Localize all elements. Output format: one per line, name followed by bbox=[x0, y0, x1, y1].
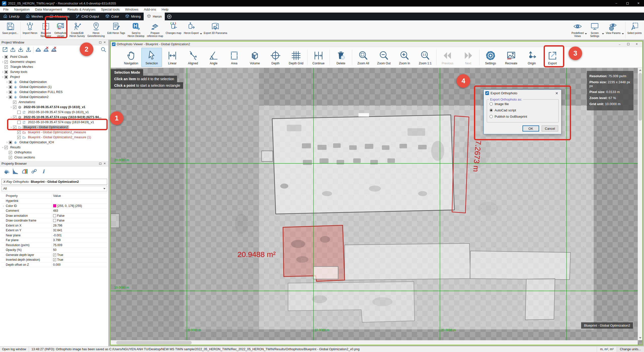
tree-item[interactable]: ›Project bbox=[0, 74, 108, 79]
pb-house-icon[interactable] bbox=[22, 168, 28, 175]
menu-navigation[interactable]: Navigation bbox=[11, 7, 32, 13]
panel-float-icon[interactable] bbox=[98, 162, 102, 166]
pw-layer-x2-icon[interactable] bbox=[51, 47, 57, 53]
pw-export-icon[interactable] bbox=[2, 47, 8, 53]
menu-file[interactable]: File bbox=[1, 7, 11, 13]
viewer-tool-zoom-in[interactable]: Zoom In bbox=[394, 48, 415, 67]
toolbar-prepare-reference-map-button[interactable]: Prepare reference map bbox=[146, 21, 164, 39]
value-checkbox[interactable] bbox=[53, 253, 56, 256]
menu-special-tools[interactable]: Special tools bbox=[98, 7, 123, 13]
toolbar-screen-settings-button[interactable]: Screen Settings bbox=[587, 21, 602, 39]
toolbar-save-button[interactable]: Save project... bbox=[1, 21, 20, 39]
pb-info-icon[interactable]: i bbox=[40, 168, 47, 175]
viewer-tool-depth-grid[interactable]: Depth Grid bbox=[286, 48, 306, 67]
pw-up-icon[interactable] bbox=[10, 47, 16, 53]
viewer-tool-aligned[interactable]: Aligned bbox=[183, 48, 203, 67]
checkbox[interactable] bbox=[5, 55, 8, 59]
checkbox[interactable] bbox=[5, 60, 8, 64]
expander-icon[interactable]: › bbox=[10, 115, 13, 119]
tree-item[interactable]: ›Global Optimization FULL RES bbox=[0, 90, 108, 95]
pw-layer-x-icon[interactable] bbox=[43, 47, 49, 53]
checkbox[interactable] bbox=[13, 106, 16, 109]
checkbox[interactable] bbox=[5, 70, 8, 74]
checkbox[interactable] bbox=[17, 136, 21, 139]
property-row[interactable]: ›Color ID[255, 0, 176] (255) bbox=[2, 204, 107, 209]
checkbox[interactable] bbox=[9, 80, 12, 84]
expander-icon[interactable]: › bbox=[1, 75, 5, 79]
viewer-tool-navigation[interactable]: Navigation bbox=[121, 48, 141, 67]
value-checkbox[interactable] bbox=[53, 219, 56, 222]
linear-measurement-region[interactable] bbox=[452, 116, 469, 213]
viewer-close-button[interactable]: ✕ bbox=[632, 42, 641, 47]
viewer-tool-depth[interactable]: Depth bbox=[265, 48, 286, 67]
vertical-scrollbar[interactable] bbox=[638, 68, 642, 340]
expander-icon[interactable]: › bbox=[5, 141, 9, 144]
tree-item[interactable]: ›Global Optimization2 bbox=[0, 95, 108, 100]
pw-search-icon[interactable] bbox=[100, 47, 106, 53]
tree-item[interactable]: ›Results bbox=[0, 145, 108, 150]
tab-lineup[interactable]: LineUp bbox=[0, 13, 22, 20]
toolbar-heron-export-button[interactable]: Heron Export bbox=[183, 21, 200, 39]
open-log-window-link[interactable]: Open log window bbox=[0, 346, 29, 352]
property-row[interactable]: Draw annotationFalse bbox=[2, 213, 107, 218]
toolbar-create-edit-survey-button[interactable]: Create/Edit Heron Survey bbox=[68, 21, 86, 39]
pw-down2-icon[interactable] bbox=[25, 47, 31, 53]
toolbar-changes-map-button[interactable]: Changes map bbox=[165, 21, 183, 39]
pw-down-icon[interactable] bbox=[18, 47, 24, 53]
toolbar-send-heron-desktop-button[interactable]: Send to Heron Desktop bbox=[126, 21, 146, 39]
change-units-button[interactable]: Change units... bbox=[617, 346, 644, 352]
checkbox[interactable] bbox=[9, 85, 12, 89]
toolbar-edit-heron-tags-button[interactable]: Edit Heron Tags bbox=[106, 21, 126, 39]
pb-link-icon[interactable] bbox=[31, 168, 37, 175]
toolbar-view-params-button[interactable]: View Params bbox=[605, 21, 622, 39]
tree-item[interactable]: Orthophotos bbox=[0, 150, 108, 155]
menu-add-ons[interactable]: Add-ons bbox=[141, 7, 159, 13]
viewer-tool-zoom-11[interactable]: 1:1Zoom 1:1 bbox=[415, 48, 435, 67]
close-button[interactable]: ✕ bbox=[633, 0, 644, 7]
viewer-maximize-button[interactable] bbox=[624, 42, 632, 47]
viewer-tool-delete[interactable]: Delete bbox=[331, 48, 351, 67]
tree-item[interactable]: 2022-05-10-09.35.47.574 copy (0-1610)_v1 bbox=[0, 110, 108, 115]
viewer-tool-selection[interactable]: Selection bbox=[141, 48, 162, 67]
checkbox[interactable] bbox=[5, 65, 8, 69]
tree-item[interactable]: blueprint - Global Optimization2_measure bbox=[0, 130, 108, 135]
property-row[interactable]: Resolution (px/m)75.009 bbox=[2, 243, 107, 248]
menu-help[interactable]: Help bbox=[159, 7, 171, 13]
value-checkbox[interactable] bbox=[53, 214, 56, 217]
tab-meshes[interactable]: Meshes bbox=[22, 13, 46, 20]
toolbar-heron-georeferencing-button[interactable]: Heron Georeferencing bbox=[86, 21, 106, 39]
pb-cloud-icon[interactable] bbox=[3, 168, 9, 175]
viewer-tool-angle[interactable]: Angle bbox=[203, 48, 224, 67]
checkbox[interactable] bbox=[9, 156, 12, 159]
tree-item[interactable]: ›Global Optimization bbox=[0, 79, 108, 84]
pw-layer-icon[interactable] bbox=[35, 47, 41, 53]
pb-hist-icon[interactable] bbox=[12, 168, 19, 175]
checkbox[interactable] bbox=[17, 111, 21, 114]
tree-item[interactable]: Annotations bbox=[0, 100, 108, 105]
checkbox[interactable] bbox=[9, 141, 12, 144]
viewer-tool-recreate[interactable]: Recreate bbox=[501, 48, 521, 67]
tree-item[interactable]: Triangle Meshes bbox=[0, 64, 108, 69]
expander-icon[interactable]: › bbox=[5, 90, 9, 94]
viewer-tool-volume[interactable]: Volume bbox=[245, 48, 265, 67]
chevron-down-icon[interactable] bbox=[200, 33, 202, 34]
menu-windows[interactable]: Windows bbox=[122, 7, 141, 13]
minimize-button[interactable]: – bbox=[611, 0, 622, 7]
expander-icon[interactable]: › bbox=[5, 80, 9, 84]
property-filter-dropdown[interactable]: All bbox=[2, 186, 107, 191]
property-row[interactable]: Generate depth layerTrue bbox=[2, 253, 107, 258]
viewer-tool-settings[interactable]: Settings bbox=[480, 48, 501, 67]
property-row[interactable]: Inverted depth (elevation)True bbox=[2, 257, 107, 262]
expander-icon[interactable]: › bbox=[5, 95, 9, 99]
panel-close-icon[interactable]: ✕ bbox=[102, 40, 107, 45]
checkbox[interactable] bbox=[5, 75, 8, 79]
expander-icon[interactable]: › bbox=[2, 204, 5, 207]
tab-heron[interactable]: Heron bbox=[144, 13, 165, 20]
property-row[interactable]: Opacity (%)50 bbox=[2, 248, 107, 253]
toolbar-import-heron-button[interactable]: Import Heron bbox=[21, 21, 38, 39]
expander-icon[interactable]: › bbox=[1, 60, 5, 64]
menu-data-management[interactable]: Data Management bbox=[32, 7, 65, 13]
viewer-tool-zoom-out[interactable]: Zoom Out bbox=[374, 48, 394, 67]
chevron-down-icon[interactable] bbox=[602, 33, 604, 34]
toolbar-predefined-views-button[interactable]: Predefined Views bbox=[570, 21, 585, 39]
